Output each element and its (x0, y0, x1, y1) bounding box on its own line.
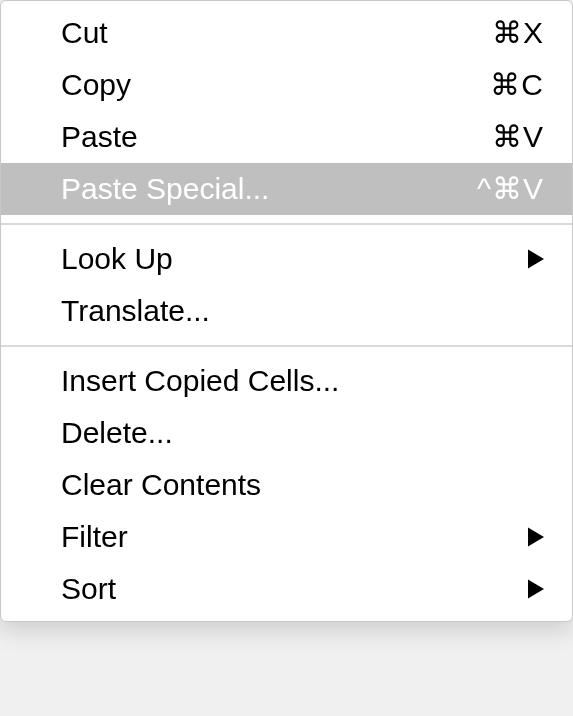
menu-item-delete[interactable]: Delete... (1, 407, 572, 459)
menu-item-shortcut: ⌘X (492, 11, 544, 55)
menu-item-label: Paste Special... (61, 167, 457, 211)
menu-item-label: Paste (61, 115, 472, 159)
menu-item-filter[interactable]: Filter (1, 511, 572, 563)
menu-item-shortcut: ^⌘V (477, 167, 544, 211)
menu-item-shortcut: ⌘C (490, 63, 544, 107)
menu-item-shortcut: ⌘V (492, 115, 544, 159)
menu-item-copy[interactable]: Copy ⌘C (1, 59, 572, 111)
menu-item-cut[interactable]: Cut ⌘X (1, 7, 572, 59)
menu-item-sort[interactable]: Sort (1, 563, 572, 615)
svg-marker-1 (528, 527, 544, 546)
submenu-arrow-icon (528, 527, 544, 547)
svg-marker-0 (528, 249, 544, 268)
context-menu: Cut ⌘X Copy ⌘C Paste ⌘V Paste Special...… (0, 0, 573, 622)
menu-item-label: Copy (61, 63, 470, 107)
menu-item-translate[interactable]: Translate... (1, 285, 572, 337)
menu-item-label: Delete... (61, 411, 544, 455)
menu-item-paste[interactable]: Paste ⌘V (1, 111, 572, 163)
menu-separator (1, 345, 572, 347)
menu-item-insert-copied-cells[interactable]: Insert Copied Cells... (1, 355, 572, 407)
menu-separator (1, 223, 572, 225)
svg-marker-2 (528, 579, 544, 598)
menu-item-clear-contents[interactable]: Clear Contents (1, 459, 572, 511)
menu-item-look-up[interactable]: Look Up (1, 233, 572, 285)
menu-item-label: Look Up (61, 237, 508, 281)
menu-item-label: Clear Contents (61, 463, 544, 507)
submenu-arrow-icon (528, 249, 544, 269)
menu-item-label: Cut (61, 11, 472, 55)
menu-item-label: Translate... (61, 289, 544, 333)
menu-item-label: Filter (61, 515, 508, 559)
menu-item-label: Insert Copied Cells... (61, 359, 544, 403)
submenu-arrow-icon (528, 579, 544, 599)
menu-item-label: Sort (61, 567, 508, 611)
menu-item-paste-special[interactable]: Paste Special... ^⌘V (1, 163, 572, 215)
